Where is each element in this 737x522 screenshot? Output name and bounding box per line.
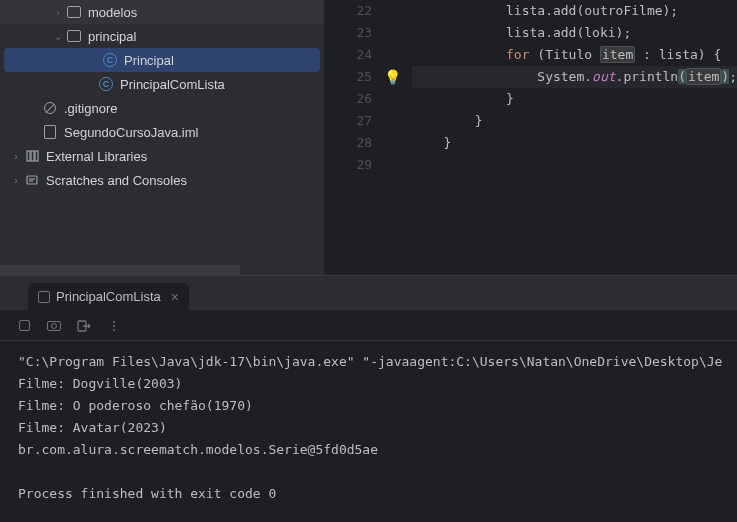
class-icon: C: [102, 52, 118, 68]
code-line[interactable]: }: [412, 132, 737, 154]
module-icon: [42, 124, 58, 140]
exit-icon[interactable]: [76, 318, 92, 334]
run-config-icon: [38, 291, 50, 303]
tree-item-external-libraries[interactable]: ›External Libraries: [0, 144, 324, 168]
tree-item-modelos[interactable]: ›modelos: [0, 0, 324, 24]
console-output[interactable]: "C:\Program Files\Java\jdk-17\bin\java.e…: [0, 341, 737, 522]
tree-item-principal[interactable]: CPrincipal: [4, 48, 320, 72]
tree-item-label: Scratches and Consoles: [46, 173, 187, 188]
close-icon[interactable]: ×: [171, 289, 179, 305]
run-panel: PrincipalComLista × "C:\Program Files\Ja…: [0, 275, 737, 522]
gitignore-icon: [42, 100, 58, 116]
chevron-icon[interactable]: ›: [50, 7, 66, 18]
more-icon[interactable]: [106, 318, 122, 334]
horizontal-scrollbar[interactable]: [0, 265, 240, 275]
chevron-icon[interactable]: ›: [8, 175, 24, 186]
screenshot-icon[interactable]: [46, 318, 62, 334]
code-line[interactable]: }: [412, 110, 737, 132]
tree-item-label: modelos: [88, 5, 137, 20]
tree-item-label: External Libraries: [46, 149, 147, 164]
code-line[interactable]: for (Titulo item : lista) {: [412, 44, 737, 66]
gutter-icons: 💡: [384, 0, 412, 275]
tree-item--gitignore[interactable]: .gitignore: [0, 96, 324, 120]
code-line[interactable]: lista.add(loki);: [412, 22, 737, 44]
run-toolbar: [0, 311, 737, 341]
svg-rect-1: [31, 151, 34, 161]
tree-item-scratches-and-consoles[interactable]: ›Scratches and Consoles: [0, 168, 324, 192]
code-line[interactable]: [412, 154, 737, 176]
stop-icon[interactable]: [16, 318, 32, 334]
tree-item-label: principal: [88, 29, 136, 44]
class-icon: C: [98, 76, 114, 92]
code-line[interactable]: lista.add(outroFilme);: [412, 0, 737, 22]
code-area[interactable]: lista.add(outroFilme); lista.add(loki); …: [412, 0, 737, 275]
folder-icon: [66, 4, 82, 20]
chevron-icon[interactable]: ⌄: [50, 31, 66, 42]
tree-item-segundocursojava-iml[interactable]: SegundoCursoJava.iml: [0, 120, 324, 144]
tree-item-principal[interactable]: ⌄principal: [0, 24, 324, 48]
tree-item-principalcomlista[interactable]: CPrincipalComLista: [0, 72, 324, 96]
library-icon: [24, 148, 40, 164]
intention-bulb-icon[interactable]: 💡: [384, 66, 412, 88]
tree-item-label: PrincipalComLista: [120, 77, 225, 92]
code-line[interactable]: }: [412, 88, 737, 110]
tree-item-label: Principal: [124, 53, 174, 68]
folder-icon: [66, 28, 82, 44]
run-tab-label: PrincipalComLista: [56, 289, 161, 304]
svg-rect-3: [27, 176, 37, 184]
tree-item-label: .gitignore: [64, 101, 117, 116]
line-gutter: 2223242526272829: [324, 0, 384, 275]
code-line[interactable]: System.out.println(item);: [412, 66, 737, 88]
tree-item-label: SegundoCursoJava.iml: [64, 125, 198, 140]
project-tree[interactable]: ›modelos⌄principalCPrincipalCPrincipalCo…: [0, 0, 324, 275]
code-editor[interactable]: 2223242526272829 💡 lista.add(outroFilme)…: [324, 0, 737, 275]
run-tab[interactable]: PrincipalComLista ×: [28, 283, 189, 311]
scratch-icon: [24, 172, 40, 188]
svg-rect-2: [35, 151, 38, 161]
chevron-icon[interactable]: ›: [8, 151, 24, 162]
run-tabbar: PrincipalComLista ×: [0, 276, 737, 311]
svg-rect-0: [27, 151, 30, 161]
